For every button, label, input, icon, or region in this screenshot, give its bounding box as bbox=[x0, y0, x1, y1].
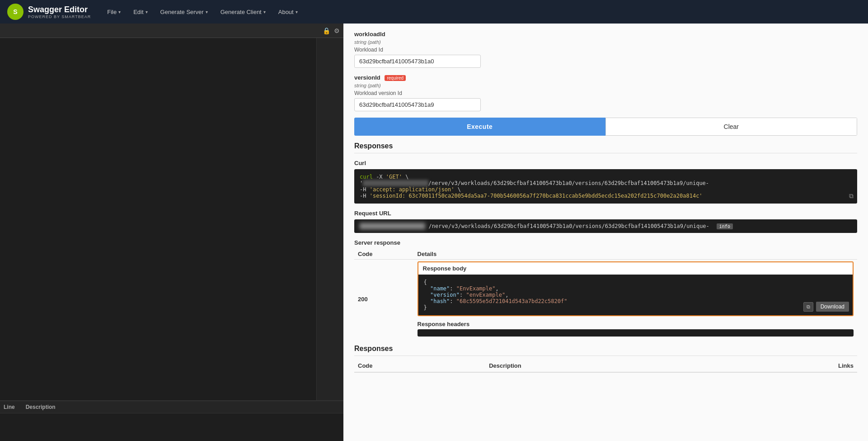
request-url-section: Request URL ████████████████████ /nerve/… bbox=[354, 210, 857, 233]
version-id-label: versionId required bbox=[354, 74, 857, 81]
nav-arrow-icon: ▾ bbox=[263, 9, 266, 14]
response-code-200: 200 bbox=[354, 260, 414, 339]
response-body-line-close: } bbox=[424, 304, 847, 311]
responses-col-links: Links bbox=[722, 360, 857, 372]
line-numbers bbox=[0, 38, 18, 400]
execute-button[interactable]: Execute bbox=[354, 118, 605, 136]
bottom-responses-title: Responses bbox=[354, 345, 857, 356]
server-response-label: Server response bbox=[354, 239, 857, 246]
curl-section: Curl curl -X 'GET' \ '██████████████████… bbox=[354, 160, 857, 204]
app-logo-icon: S bbox=[7, 4, 23, 20]
nav-item-generate-client[interactable]: Generate Client ▾ bbox=[215, 6, 271, 18]
response-table: Code Details 200 Response body { bbox=[354, 249, 857, 338]
error-col-line: Line bbox=[4, 402, 15, 412]
error-col-desc: Description bbox=[26, 402, 56, 412]
curl-block: curl -X 'GET' \ '████████████████████/ne… bbox=[354, 169, 857, 204]
server-response-section: Server response Code Details 200 Respo bbox=[354, 239, 857, 338]
nav-item-about[interactable]: About ▾ bbox=[273, 6, 303, 18]
response-headers-label: Response headers bbox=[418, 321, 854, 327]
nav-item-generate-server[interactable]: Generate Server ▾ bbox=[155, 6, 213, 18]
minimap-content bbox=[317, 38, 343, 42]
workload-id-label: workloadId bbox=[354, 31, 857, 38]
settings-icon[interactable]: ⚙ bbox=[334, 27, 340, 34]
url-info-badge: info bbox=[717, 223, 733, 229]
nav-arrow-icon: ▾ bbox=[118, 9, 121, 14]
response-body-name: "name": "EnvExample", bbox=[424, 285, 847, 292]
response-col-code: Code bbox=[354, 249, 414, 260]
editor-content bbox=[0, 38, 343, 400]
editor-toolbar: 🔒 ⚙ bbox=[0, 24, 343, 38]
error-panel: Line Description bbox=[0, 400, 343, 441]
responses-table: Code Description Links bbox=[354, 360, 857, 373]
nav-arrow-icon: ▾ bbox=[206, 9, 208, 14]
nav-arrow-icon: ▾ bbox=[145, 9, 148, 14]
action-buttons: Execute Clear bbox=[354, 118, 857, 136]
clear-button[interactable]: Clear bbox=[605, 118, 858, 136]
right-panel: workloadId string (path) Workload Id ver… bbox=[343, 24, 868, 441]
response-col-details: Details bbox=[414, 249, 857, 260]
response-row-200: 200 Response body { "name": "EnvExample"… bbox=[354, 260, 857, 339]
app-name: Swagger Editor POWERED BY SMARTBEAR bbox=[28, 5, 91, 19]
editor-panel: 🔒 ⚙ Line Description bbox=[0, 24, 343, 441]
response-body-hash: "hash": "68c5595e5d721041d543a7bd22c5820… bbox=[424, 298, 847, 304]
download-button[interactable]: Download bbox=[816, 302, 849, 312]
response-details-cell: Response body { "name": "EnvExample", "v… bbox=[414, 260, 857, 339]
curl-label: Curl bbox=[354, 160, 857, 166]
nav-item-edit[interactable]: Edit ▾ bbox=[128, 6, 153, 18]
response-copy-button[interactable]: ⧉ bbox=[803, 302, 813, 312]
response-headers-block bbox=[418, 329, 854, 337]
workload-id-group: workloadId string (path) Workload Id bbox=[354, 31, 857, 68]
responses-col-code: Code bbox=[354, 360, 485, 372]
version-id-type: string (path) bbox=[354, 83, 857, 88]
response-body-actions: ⧉ Download bbox=[803, 302, 849, 312]
lock-icon[interactable]: 🔒 bbox=[323, 27, 330, 34]
curl-line-4: -H 'sessionId: 63c70011f50ca20054da5aa7-… bbox=[360, 193, 852, 199]
error-list bbox=[0, 413, 343, 441]
workload-id-type: string (path) bbox=[354, 39, 857, 45]
code-area[interactable] bbox=[18, 38, 316, 400]
nav-menu: File ▾Edit ▾Generate Server ▾Generate Cl… bbox=[102, 6, 303, 18]
required-badge: required bbox=[385, 75, 406, 81]
workload-id-desc: Workload Id bbox=[354, 47, 857, 53]
response-body-content: { "name": "EnvExample", "version": "envE… bbox=[418, 275, 853, 315]
curl-line-1: curl -X 'GET' \ bbox=[360, 174, 852, 180]
response-body-container: Response body { "name": "EnvExample", "v… bbox=[418, 261, 854, 316]
minimap bbox=[316, 38, 343, 400]
top-navigation: S Swagger Editor POWERED BY SMARTBEAR Fi… bbox=[0, 0, 868, 24]
responses-col-description: Description bbox=[485, 360, 722, 372]
error-header: Line Description bbox=[0, 401, 343, 413]
curl-line-3: -H 'accept: application/json' \ bbox=[360, 186, 852, 193]
version-id-group: versionId required string (path) Workloa… bbox=[354, 74, 857, 111]
workload-id-input[interactable] bbox=[354, 55, 481, 68]
nav-item-file[interactable]: File ▾ bbox=[102, 6, 126, 18]
nav-arrow-icon: ▾ bbox=[296, 9, 298, 14]
url-block: ████████████████████ /nerve/v3/workloads… bbox=[354, 219, 857, 233]
response-body-version: "version": "envExample", bbox=[424, 292, 847, 298]
response-body-line-open: { bbox=[424, 279, 847, 285]
bottom-responses-section: Responses Code Description Links bbox=[354, 345, 857, 373]
curl-line-2: '████████████████████/nerve/v3/workloads… bbox=[360, 180, 852, 186]
version-id-input[interactable] bbox=[354, 98, 481, 111]
response-body-header: Response body bbox=[418, 262, 853, 275]
curl-copy-icon[interactable]: ⧉ bbox=[849, 192, 854, 200]
main-content: 🔒 ⚙ Line Description workloadId bbox=[0, 24, 868, 441]
url-host-blurred: ████████████████████ bbox=[360, 223, 425, 229]
request-url-label: Request URL bbox=[354, 210, 857, 217]
responses-section-title: Responses bbox=[354, 142, 857, 153]
version-id-desc: Workload version Id bbox=[354, 90, 857, 96]
url-path: /nerve/v3/workloads/63d29bcfbaf141005473… bbox=[429, 223, 709, 229]
logo-area: S Swagger Editor POWERED BY SMARTBEAR bbox=[7, 4, 91, 20]
